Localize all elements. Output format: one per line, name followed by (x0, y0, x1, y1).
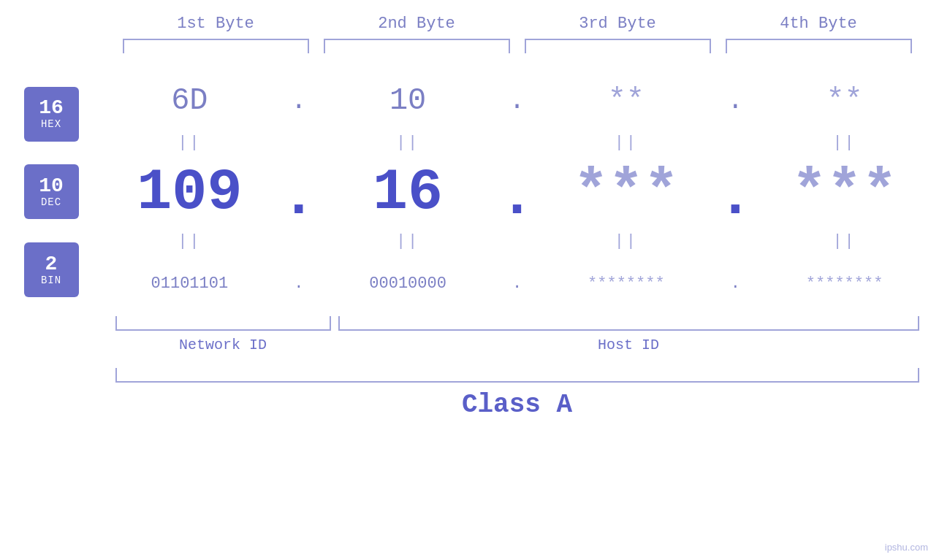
hex-b4-value: ** (826, 83, 862, 118)
class-label: Class A (115, 390, 919, 420)
top-bracket-b2 (324, 39, 510, 53)
dec-b3-cell: *** (532, 159, 721, 226)
hex-b1-cell: 6D (95, 83, 284, 118)
hex-b2-cell: 10 (313, 83, 503, 118)
content-area: 16 HEX 10 DEC 2 BIN 6D . (0, 75, 939, 309)
bin-badge: 2 BIN (24, 242, 79, 297)
hex-dot2: . (503, 86, 532, 116)
dec-base-number: 10 (39, 176, 64, 196)
byte-headers: 1st Byte 2nd Byte 3rd Byte 4th Byte (115, 15, 919, 33)
dec-b1-cell: 109 (95, 159, 284, 226)
top-bracket-b4 (726, 39, 912, 53)
dec-b1-value: 109 (137, 159, 242, 226)
dec-dot2: . (503, 164, 532, 220)
main-container: 1st Byte 2nd Byte 3rd Byte 4th Byte 16 H… (0, 0, 939, 560)
dec-b2-value: 16 (373, 159, 443, 226)
hex-b3-value: ** (608, 83, 645, 118)
dec-dot1: . (284, 164, 313, 220)
byte2-header: 2nd Byte (316, 15, 517, 33)
hex-row: 6D . 10 . ** . ** (95, 75, 939, 126)
top-bracket-b1 (123, 39, 309, 53)
eq2-b4: || (750, 232, 939, 250)
hex-dot1: . (284, 86, 313, 116)
id-labels: Network ID Host ID (115, 337, 919, 353)
bin-base-label: BIN (41, 275, 61, 286)
host-id-label: Host ID (338, 337, 919, 353)
rows-container: 6D . 10 . ** . ** (95, 75, 939, 309)
dec-b2-cell: 16 (313, 159, 503, 226)
bin-dot2: . (503, 275, 532, 293)
top-bracket (115, 39, 919, 53)
eq1-b1: || (95, 134, 284, 152)
bin-b1-value: 01101101 (151, 275, 229, 293)
dec-row: 109 . 16 . *** . *** (95, 156, 939, 229)
bin-dot1: . (284, 275, 313, 293)
hex-base-label: HEX (41, 118, 61, 130)
bottom-bracket-area: Network ID Host ID (115, 316, 919, 353)
network-bracket (115, 316, 331, 331)
host-bracket (338, 316, 919, 331)
class-full-bracket (115, 368, 919, 383)
bin-base-number: 2 (45, 254, 58, 275)
eq1-b2: || (313, 134, 503, 152)
byte3-header: 3rd Byte (517, 15, 718, 33)
byte4-header: 4th Byte (718, 15, 919, 33)
dec-b4-cell: *** (750, 159, 939, 226)
bin-dot3: . (721, 275, 750, 293)
dec-b3-value: *** (574, 159, 679, 226)
hex-base-number: 16 (39, 98, 64, 118)
bin-b1-cell: 01101101 (95, 275, 284, 293)
class-row: Class A (115, 368, 919, 420)
hex-b4-cell: ** (750, 83, 939, 118)
bin-b4-value: ******** (806, 275, 883, 293)
hex-b3-cell: ** (532, 83, 721, 118)
eq2-b3: || (532, 232, 721, 250)
bin-b2-value: 00010000 (369, 275, 446, 293)
network-id-label: Network ID (115, 337, 331, 353)
hex-b1-value: 6D (171, 83, 208, 118)
watermark: ipshu.com (885, 542, 928, 553)
byte1-header: 1st Byte (115, 15, 316, 33)
eq2-b1: || (95, 232, 284, 250)
dec-dot3: . (721, 164, 750, 220)
bin-b2-cell: 00010000 (313, 275, 503, 293)
eq1-b3: || (532, 134, 721, 152)
dec-b4-value: *** (792, 159, 897, 226)
bin-b3-value: ******** (588, 275, 665, 293)
top-bracket-b3 (525, 39, 711, 53)
hex-b2-value: 10 (389, 83, 426, 118)
hex-badge: 16 HEX (24, 87, 79, 142)
equals-row-1: || || || || (95, 130, 939, 156)
eq2-b2: || (313, 232, 503, 250)
bin-row: 01101101 . 00010000 . ******** . (95, 258, 939, 309)
hex-dot3: . (721, 86, 750, 116)
left-badges: 16 HEX 10 DEC 2 BIN (0, 75, 95, 309)
equals-row-2: || || || || (95, 229, 939, 254)
eq1-b4: || (750, 134, 939, 152)
bin-b3-cell: ******** (532, 275, 721, 293)
dec-base-label: DEC (41, 196, 61, 208)
dec-badge: 10 DEC (24, 164, 79, 219)
bottom-brackets (115, 316, 919, 331)
bin-b4-cell: ******** (750, 275, 939, 293)
